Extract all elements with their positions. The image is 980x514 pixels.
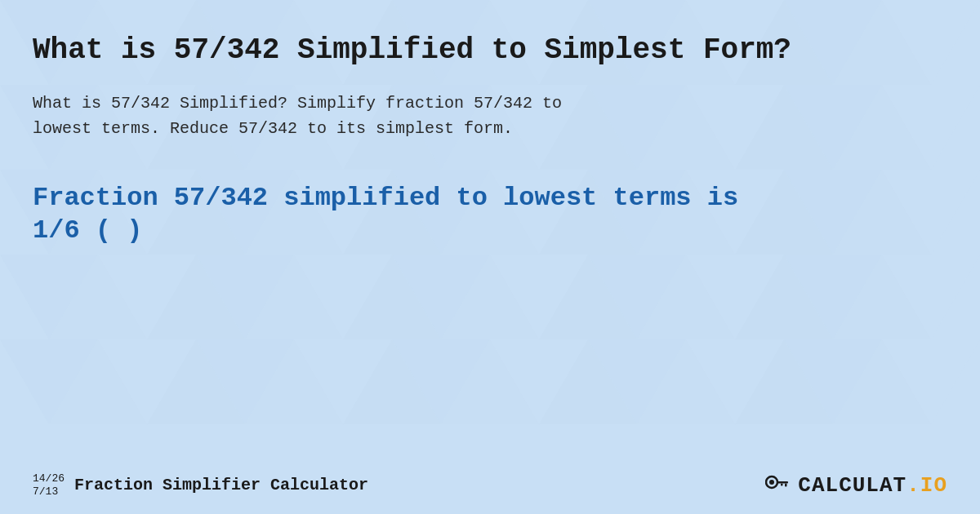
svg-rect-98 <box>777 481 788 484</box>
logo-icon <box>765 471 795 499</box>
footer-left: 14/26 7/13 Fraction Simplifier Calculato… <box>33 472 368 498</box>
footer-label: Fraction Simplifier Calculator <box>74 476 368 494</box>
result-line2: 1/6 ( ) <box>33 215 142 246</box>
fraction-bottom: 7/13 <box>33 485 65 498</box>
svg-rect-99 <box>785 484 787 487</box>
page-title: What is 57/342 Simplified to Simplest Fo… <box>33 33 931 68</box>
logo-prefix: CALCULAT <box>798 473 906 498</box>
fraction-top: 14/26 <box>33 472 65 485</box>
description-line1: What is 57/342 Simplified? Simplify frac… <box>33 94 562 113</box>
svg-point-97 <box>769 480 774 485</box>
main-content: What is 57/342 Simplified to Simplest Fo… <box>0 0 980 288</box>
footer-logo: CALCULAT.IO <box>765 471 947 499</box>
svg-rect-100 <box>781 484 783 486</box>
result-text: Fraction 57/342 simplified to lowest ter… <box>33 182 931 247</box>
footer: 14/26 7/13 Fraction Simplifier Calculato… <box>33 471 947 499</box>
logo-suffix: .IO <box>906 473 947 498</box>
result-section: Fraction 57/342 simplified to lowest ter… <box>33 182 947 247</box>
description-text: What is 57/342 Simplified? Simplify frac… <box>33 91 604 141</box>
result-line1: Fraction 57/342 simplified to lowest ter… <box>33 183 738 213</box>
description-line2: lowest terms. Reduce 57/342 to its simpl… <box>33 119 513 138</box>
fraction-stack: 14/26 7/13 <box>33 472 65 498</box>
logo-text: CALCULAT.IO <box>798 473 947 498</box>
